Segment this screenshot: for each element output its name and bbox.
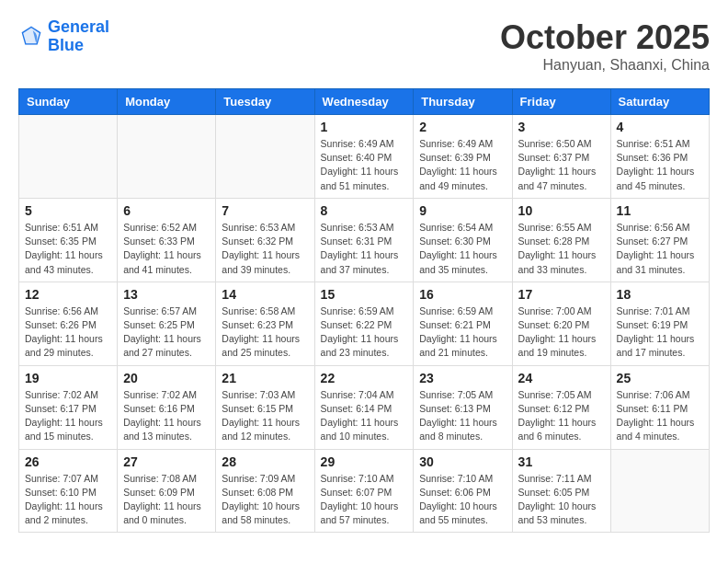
calendar: SundayMondayTuesdayWednesdayThursdayFrid…: [18, 88, 710, 533]
calendar-cell: 31Sunrise: 7:11 AM Sunset: 6:05 PM Dayli…: [512, 449, 610, 533]
day-number: 24: [518, 371, 605, 385]
calendar-cell: 25Sunrise: 7:06 AM Sunset: 6:11 PM Dayli…: [610, 365, 709, 449]
day-info: Sunrise: 7:07 AM Sunset: 6:10 PM Dayligh…: [25, 472, 111, 528]
calendar-cell: [118, 115, 216, 199]
day-info: Sunrise: 6:53 AM Sunset: 6:32 PM Dayligh…: [222, 221, 308, 277]
calendar-cell: 6Sunrise: 6:52 AM Sunset: 6:33 PM Daylig…: [118, 198, 216, 282]
day-number: 18: [617, 287, 703, 302]
day-number: 9: [419, 203, 506, 218]
weekday-header-tuesday: Tuesday: [216, 89, 314, 115]
calendar-cell: 8Sunrise: 6:53 AM Sunset: 6:31 PM Daylig…: [314, 198, 414, 282]
calendar-cell: 18Sunrise: 7:01 AM Sunset: 6:19 PM Dayli…: [610, 282, 709, 365]
day-info: Sunrise: 6:56 AM Sunset: 6:26 PM Dayligh…: [25, 304, 111, 361]
day-number: 22: [321, 371, 408, 385]
calendar-cell: 1Sunrise: 6:49 AM Sunset: 6:40 PM Daylig…: [314, 115, 414, 199]
day-info: Sunrise: 6:49 AM Sunset: 6:40 PM Dayligh…: [321, 137, 408, 193]
day-info: Sunrise: 7:06 AM Sunset: 6:11 PM Dayligh…: [617, 388, 703, 444]
calendar-cell: 10Sunrise: 6:55 AM Sunset: 6:28 PM Dayli…: [512, 198, 610, 282]
week-row-1: 1Sunrise: 6:49 AM Sunset: 6:40 PM Daylig…: [19, 115, 710, 199]
week-row-3: 12Sunrise: 6:56 AM Sunset: 6:26 PM Dayli…: [19, 282, 710, 365]
calendar-cell: [610, 449, 709, 533]
day-info: Sunrise: 7:05 AM Sunset: 6:13 PM Dayligh…: [419, 388, 506, 444]
logo-icon: [18, 24, 44, 50]
day-number: 26: [25, 454, 111, 469]
calendar-cell: 30Sunrise: 7:10 AM Sunset: 6:06 PM Dayli…: [414, 449, 512, 533]
day-info: Sunrise: 6:59 AM Sunset: 6:22 PM Dayligh…: [321, 304, 408, 361]
day-number: 7: [222, 203, 308, 218]
day-number: 16: [419, 287, 506, 302]
day-number: 2: [419, 120, 506, 134]
weekday-header-wednesday: Wednesday: [314, 89, 414, 115]
day-number: 4: [617, 120, 703, 134]
day-number: 10: [518, 203, 605, 218]
calendar-cell: 19Sunrise: 7:02 AM Sunset: 6:17 PM Dayli…: [19, 365, 118, 449]
day-info: Sunrise: 7:10 AM Sunset: 6:07 PM Dayligh…: [321, 472, 408, 528]
day-info: Sunrise: 7:11 AM Sunset: 6:05 PM Dayligh…: [518, 472, 605, 528]
calendar-cell: 7Sunrise: 6:53 AM Sunset: 6:32 PM Daylig…: [216, 198, 314, 282]
weekday-header-monday: Monday: [118, 89, 216, 115]
day-number: 21: [222, 371, 308, 385]
day-info: Sunrise: 7:01 AM Sunset: 6:19 PM Dayligh…: [617, 304, 703, 361]
calendar-cell: 2Sunrise: 6:49 AM Sunset: 6:39 PM Daylig…: [414, 115, 512, 199]
calendar-cell: 9Sunrise: 6:54 AM Sunset: 6:30 PM Daylig…: [414, 198, 512, 282]
calendar-cell: 12Sunrise: 6:56 AM Sunset: 6:26 PM Dayli…: [19, 282, 118, 365]
calendar-cell: [19, 115, 118, 199]
day-info: Sunrise: 7:02 AM Sunset: 6:17 PM Dayligh…: [25, 388, 111, 444]
week-row-2: 5Sunrise: 6:51 AM Sunset: 6:35 PM Daylig…: [19, 198, 710, 282]
weekday-header-sunday: Sunday: [19, 89, 118, 115]
day-info: Sunrise: 6:49 AM Sunset: 6:39 PM Dayligh…: [419, 137, 506, 193]
day-info: Sunrise: 6:54 AM Sunset: 6:30 PM Dayligh…: [419, 221, 506, 277]
day-number: 1: [321, 120, 408, 134]
calendar-cell: 28Sunrise: 7:09 AM Sunset: 6:08 PM Dayli…: [216, 449, 314, 533]
day-info: Sunrise: 6:58 AM Sunset: 6:23 PM Dayligh…: [222, 304, 308, 361]
day-number: 29: [321, 454, 408, 469]
day-number: 20: [123, 371, 210, 385]
day-number: 13: [123, 287, 210, 302]
day-info: Sunrise: 6:59 AM Sunset: 6:21 PM Dayligh…: [419, 304, 506, 361]
calendar-cell: 23Sunrise: 7:05 AM Sunset: 6:13 PM Dayli…: [414, 365, 512, 449]
weekday-header-friday: Friday: [512, 89, 610, 115]
day-number: 3: [518, 120, 605, 134]
calendar-cell: 24Sunrise: 7:05 AM Sunset: 6:12 PM Dayli…: [512, 365, 610, 449]
day-info: Sunrise: 7:04 AM Sunset: 6:14 PM Dayligh…: [321, 388, 408, 444]
calendar-cell: 5Sunrise: 6:51 AM Sunset: 6:35 PM Daylig…: [19, 198, 118, 282]
day-number: 30: [419, 454, 506, 469]
calendar-cell: 3Sunrise: 6:50 AM Sunset: 6:37 PM Daylig…: [512, 115, 610, 199]
weekday-header-row: SundayMondayTuesdayWednesdayThursdayFrid…: [19, 89, 710, 115]
day-info: Sunrise: 7:10 AM Sunset: 6:06 PM Dayligh…: [419, 472, 506, 528]
day-number: 5: [25, 203, 111, 218]
day-info: Sunrise: 6:51 AM Sunset: 6:35 PM Dayligh…: [25, 221, 111, 277]
day-info: Sunrise: 7:02 AM Sunset: 6:16 PM Dayligh…: [123, 388, 210, 444]
page-header: General Blue October 2025 Hanyuan, Shaan…: [18, 18, 710, 74]
day-number: 25: [617, 371, 703, 385]
weekday-header-saturday: Saturday: [610, 89, 709, 115]
weekday-header-thursday: Thursday: [414, 89, 512, 115]
calendar-cell: 11Sunrise: 6:56 AM Sunset: 6:27 PM Dayli…: [610, 198, 709, 282]
day-number: 14: [222, 287, 308, 302]
logo: General Blue: [18, 18, 109, 55]
day-info: Sunrise: 6:51 AM Sunset: 6:36 PM Dayligh…: [617, 137, 703, 193]
day-info: Sunrise: 6:52 AM Sunset: 6:33 PM Dayligh…: [123, 221, 210, 277]
day-info: Sunrise: 7:00 AM Sunset: 6:20 PM Dayligh…: [518, 304, 605, 361]
day-number: 27: [123, 454, 210, 469]
day-number: 8: [321, 203, 408, 218]
day-info: Sunrise: 7:05 AM Sunset: 6:12 PM Dayligh…: [518, 388, 605, 444]
week-row-4: 19Sunrise: 7:02 AM Sunset: 6:17 PM Dayli…: [19, 365, 710, 449]
day-number: 15: [321, 287, 408, 302]
day-info: Sunrise: 6:50 AM Sunset: 6:37 PM Dayligh…: [518, 137, 605, 193]
day-number: 17: [518, 287, 605, 302]
calendar-cell: 15Sunrise: 6:59 AM Sunset: 6:22 PM Dayli…: [314, 282, 414, 365]
day-info: Sunrise: 6:57 AM Sunset: 6:25 PM Dayligh…: [123, 304, 210, 361]
day-info: Sunrise: 6:56 AM Sunset: 6:27 PM Dayligh…: [617, 221, 703, 277]
day-number: 12: [25, 287, 111, 302]
day-info: Sunrise: 7:08 AM Sunset: 6:09 PM Dayligh…: [123, 472, 210, 528]
calendar-cell: 4Sunrise: 6:51 AM Sunset: 6:36 PM Daylig…: [610, 115, 709, 199]
calendar-cell: 21Sunrise: 7:03 AM Sunset: 6:15 PM Dayli…: [216, 365, 314, 449]
calendar-cell: 16Sunrise: 6:59 AM Sunset: 6:21 PM Dayli…: [414, 282, 512, 365]
day-number: 11: [617, 203, 703, 218]
day-number: 28: [222, 454, 308, 469]
calendar-cell: 26Sunrise: 7:07 AM Sunset: 6:10 PM Dayli…: [19, 449, 118, 533]
day-info: Sunrise: 6:53 AM Sunset: 6:31 PM Dayligh…: [321, 221, 408, 277]
month-title: October 2025: [500, 18, 710, 57]
week-row-5: 26Sunrise: 7:07 AM Sunset: 6:10 PM Dayli…: [19, 449, 710, 533]
